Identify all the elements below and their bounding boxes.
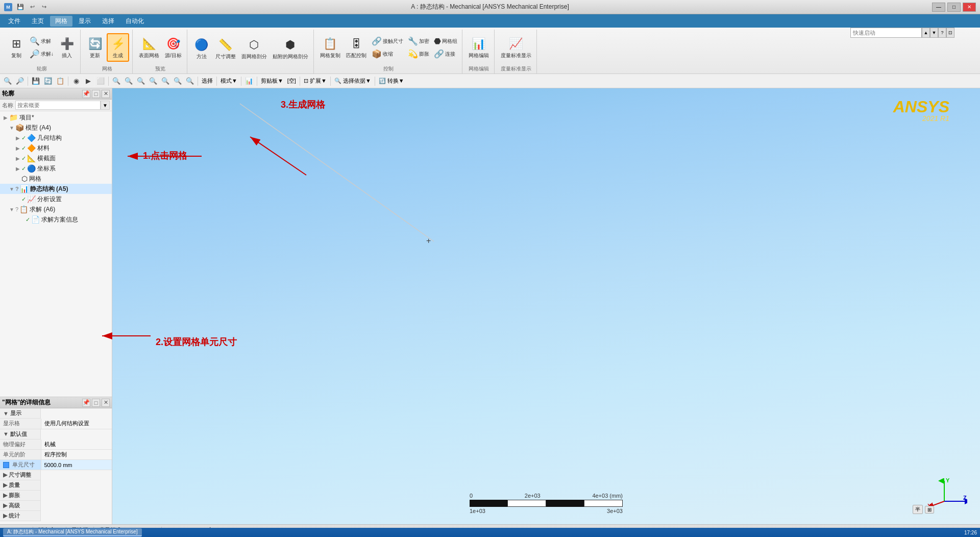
clipboard-label: 剪贴板▼ (259, 77, 285, 85)
menu-select[interactable]: 选择 (97, 16, 119, 27)
zoom-button[interactable]: 🔎 (14, 76, 26, 87)
mapped-mesh-button[interactable]: ⬢ 贴附的网格剖分 (271, 35, 310, 62)
tree-node-geometry[interactable]: ▶ ✓ 🔷 几何结构 (0, 133, 112, 143)
left-panel: 轮廓 📌 □ ✕ 名称 ▼ ▶ 📁 项目* (0, 88, 112, 524)
tree-node-project[interactable]: ▶ 📁 项目* (0, 112, 112, 123)
minimize-button[interactable]: — (932, 3, 945, 12)
chart-button[interactable]: 📊 (243, 76, 255, 87)
tree-node-analysis[interactable]: ✓ 📈 分析设置 (0, 194, 112, 204)
metrics-button[interactable]: 📈 度量标准显示 (499, 34, 533, 61)
rect-button[interactable]: ⬜ (95, 76, 106, 87)
section-inflation-header[interactable]: ▶ 膨胀 (0, 491, 112, 501)
section-sizing-header[interactable]: ▶ 尺寸调整 (0, 470, 112, 481)
method-icon: 🔵 (193, 37, 210, 53)
inflation-button[interactable]: 💫 膨胀 (406, 48, 431, 60)
tree-node-section[interactable]: ▶ ✓ 📐 横截面 (0, 153, 112, 163)
update-button[interactable]: 🔄 更新 (85, 34, 105, 61)
section-defaults-header[interactable]: ▼ 默认值 (0, 429, 112, 440)
quick-search-up[interactable]: ▲ (922, 28, 930, 38)
element-size-value[interactable]: 5000.0 mm (41, 460, 112, 470)
circle-button[interactable]: ◉ (70, 76, 82, 87)
copy-button[interactable]: ⊞ 复制 (6, 34, 27, 61)
menu-display[interactable]: 显示 (74, 16, 96, 27)
menu-file[interactable]: 文件 (3, 16, 26, 27)
nav-expand-button[interactable]: ⊞ (925, 506, 934, 514)
tree-node-solution[interactable]: ▼ ? 📋 求解 (A6) (0, 204, 112, 214)
zoom4-button[interactable]: 🔍 (148, 76, 159, 87)
project-expand: ▶ (2, 115, 9, 120)
section-display-header[interactable]: ▼ 显示 (0, 408, 112, 419)
undo-qa-button[interactable]: ↩ (27, 2, 37, 12)
menu-home[interactable]: 主页 (27, 16, 49, 27)
surface-mesh-button[interactable]: 📐 表面网格 (137, 34, 161, 61)
play-button[interactable]: ▶ (83, 76, 94, 87)
tree-node-solution-info[interactable]: ✓ 📄 求解方案信息 (0, 214, 112, 225)
annotation-mesh-size: 2.设置网格单元尺寸 (156, 336, 237, 348)
close-button[interactable]: ✕ (963, 3, 976, 12)
section-quality-header[interactable]: ▶ 质量 (0, 480, 112, 491)
zoom2-button[interactable]: 🔍 (123, 76, 134, 87)
save-tb-button[interactable]: 💾 (30, 76, 41, 87)
zoom-fit-button[interactable]: 🔍 (2, 76, 13, 87)
help-button[interactable]: ? (938, 28, 946, 38)
mesh-copy-button[interactable]: 📋 网格复制 (318, 34, 342, 61)
expand-button[interactable]: ⊡ (946, 28, 954, 38)
taskbar-item-mechanical[interactable]: A: 静态结构 - Mechanical [ANSYS Mechanical E… (3, 528, 142, 536)
details-minimize-button[interactable]: □ (92, 399, 100, 407)
zoom7-button[interactable]: 🔍 (184, 76, 195, 87)
pinch-button[interactable]: 📦 收缩 (370, 48, 405, 60)
mesh-group-button[interactable]: ⬣ 网格组 (432, 35, 459, 47)
zoom3-button[interactable]: 🔍 (135, 76, 146, 87)
section-advanced-header[interactable]: ▶ 高级 (0, 501, 112, 511)
section-statistics-label: 统计 (9, 512, 20, 520)
tree-search-input[interactable] (15, 101, 101, 110)
redo-qa-button[interactable]: ↪ (39, 2, 49, 12)
outline-pin-button[interactable]: 📌 (82, 90, 90, 98)
element-size-checkbox[interactable] (3, 462, 9, 468)
menu-mesh[interactable]: 网格 (50, 16, 72, 27)
quick-search-input[interactable] (850, 28, 922, 38)
search-button[interactable]: 🔍 求解 (28, 35, 55, 47)
source-target-icon: 🎯 (165, 36, 181, 52)
mesh-edit-button[interactable]: 📊 网格编辑 (467, 34, 491, 61)
tree-node-coordinate[interactable]: ▶ ✓ 🔵 坐标系 (0, 163, 112, 174)
ribbon-group-mesh-edit-buttons: 📊 网格编辑 (467, 31, 491, 64)
tree-search-icon[interactable]: ▼ (101, 101, 110, 110)
section-statistics-header[interactable]: ▶ 统计 (0, 511, 112, 521)
select-label: 选择 (200, 77, 214, 85)
clip-button[interactable]: 📋 (55, 76, 66, 87)
source-target-button[interactable]: 🎯 源/目标 (163, 34, 184, 61)
details-close-button[interactable]: ✕ (102, 399, 110, 407)
tree-node-mesh[interactable]: ⬡ 网格 (0, 174, 112, 184)
menu-automation[interactable]: 自动化 (120, 16, 149, 27)
quick-search-down[interactable]: ▼ (930, 28, 938, 38)
refine-button[interactable]: 🔧 加密 (406, 35, 431, 47)
connect-button[interactable]: 🔗 连接 (432, 48, 459, 60)
zoom5-button[interactable]: 🔍 (160, 76, 171, 87)
generate-button[interactable]: ⚡ 生成 (107, 33, 129, 62)
element-size-row[interactable]: 单元尺寸 5000.0 mm (0, 460, 112, 470)
viewport[interactable]: ANSYS 2021 R1 + 3.生成网格 1.点击网格 (112, 88, 980, 524)
expand-label: ⊡ 扩展▼ (302, 77, 328, 85)
outline-minimize-button[interactable]: □ (92, 90, 100, 98)
contact-size-button[interactable]: 🔗 接触尺寸 (370, 35, 405, 47)
face-mesh-button[interactable]: ⬡ 面网格剖分 (239, 35, 269, 62)
tree-node-model[interactable]: ▼ 📦 模型 (A4) (0, 123, 112, 133)
tree-node-static[interactable]: ▼ ? 📊 静态结构 (A5) (0, 184, 112, 194)
display-format-value: 使用几何结构设置 (41, 419, 112, 429)
zoom1-button[interactable]: 🔍 (111, 76, 122, 87)
method-button[interactable]: 🔵 方法 (191, 35, 212, 62)
refresh-button[interactable]: 🔄 (42, 76, 54, 87)
zoom6-button[interactable]: 🔍 (172, 76, 183, 87)
save-qa-button[interactable]: 💾 (15, 2, 26, 12)
maximize-button[interactable]: □ (947, 3, 961, 12)
match-control-button[interactable]: 🎛 匹配控制 (344, 34, 369, 61)
details-pin-button[interactable]: 📌 (82, 399, 90, 407)
sizing-button[interactable]: 📏 尺寸调整 (213, 35, 238, 62)
insert-button[interactable]: ➕ 插入 (57, 34, 77, 61)
tree-node-material[interactable]: ▶ ✓ 🔶 材料 (0, 143, 112, 153)
coordinate-expand: ▶ (14, 166, 21, 172)
solve-button[interactable]: 🔎 求解↓ (28, 48, 55, 60)
outline-close-button[interactable]: ✕ (102, 90, 110, 98)
nav-half-button[interactable]: 半 (913, 505, 923, 514)
